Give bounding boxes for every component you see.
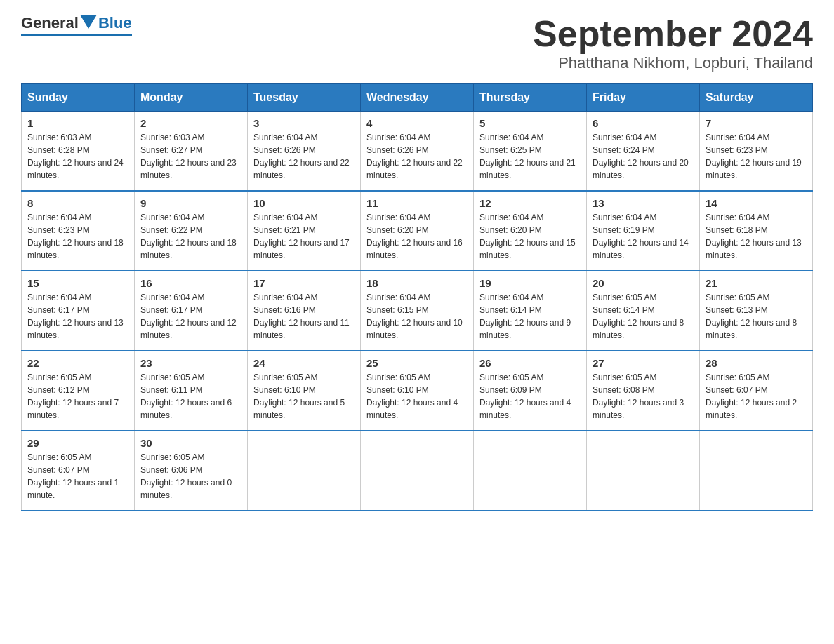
logo-blue-text: Blue (98, 14, 132, 32)
logo: General Blue (21, 14, 132, 36)
calendar-cell: 3 Sunrise: 6:04 AMSunset: 6:26 PMDayligh… (248, 112, 361, 192)
calendar-cell (700, 431, 813, 511)
day-info: Sunrise: 6:05 AMSunset: 6:10 PMDaylight:… (366, 371, 468, 422)
calendar-cell (248, 431, 361, 511)
calendar-cell: 30 Sunrise: 6:05 AMSunset: 6:06 PMDaylig… (135, 431, 248, 511)
logo-underline (21, 34, 132, 36)
calendar-week-row: 22 Sunrise: 6:05 AMSunset: 6:12 PMDaylig… (22, 351, 813, 431)
day-number: 27 (593, 357, 694, 369)
day-info: Sunrise: 6:04 AMSunset: 6:23 PMDaylight:… (706, 131, 807, 182)
logo-general-text: General (21, 14, 79, 32)
col-header-saturday: Saturday (700, 84, 813, 112)
day-info: Sunrise: 6:04 AMSunset: 6:17 PMDaylight:… (140, 291, 241, 342)
day-info: Sunrise: 6:04 AMSunset: 6:22 PMDaylight:… (140, 211, 241, 262)
col-header-friday: Friday (587, 84, 700, 112)
calendar-cell: 22 Sunrise: 6:05 AMSunset: 6:12 PMDaylig… (22, 351, 135, 431)
day-info: Sunrise: 6:04 AMSunset: 6:18 PMDaylight:… (706, 211, 807, 262)
day-info: Sunrise: 6:03 AMSunset: 6:28 PMDaylight:… (27, 131, 128, 182)
calendar-cell: 19 Sunrise: 6:04 AMSunset: 6:14 PMDaylig… (474, 271, 587, 351)
day-number: 3 (253, 117, 355, 129)
day-number: 9 (140, 197, 241, 209)
col-header-wednesday: Wednesday (361, 84, 474, 112)
calendar-cell: 12 Sunrise: 6:04 AMSunset: 6:20 PMDaylig… (474, 191, 587, 271)
day-number: 25 (366, 357, 468, 369)
header-right: September 2024 Phatthana Nikhom, Lopburi… (533, 14, 813, 72)
day-number: 6 (593, 117, 694, 129)
col-header-sunday: Sunday (22, 84, 135, 112)
calendar-cell: 2 Sunrise: 6:03 AMSunset: 6:27 PMDayligh… (135, 112, 248, 192)
day-number: 11 (366, 197, 468, 209)
calendar-week-row: 1 Sunrise: 6:03 AMSunset: 6:28 PMDayligh… (22, 112, 813, 192)
day-info: Sunrise: 6:03 AMSunset: 6:27 PMDaylight:… (140, 131, 241, 182)
calendar-cell: 7 Sunrise: 6:04 AMSunset: 6:23 PMDayligh… (700, 112, 813, 192)
calendar-cell: 4 Sunrise: 6:04 AMSunset: 6:26 PMDayligh… (361, 112, 474, 192)
calendar-week-row: 15 Sunrise: 6:04 AMSunset: 6:17 PMDaylig… (22, 271, 813, 351)
calendar-cell: 8 Sunrise: 6:04 AMSunset: 6:23 PMDayligh… (22, 191, 135, 271)
day-number: 26 (479, 357, 581, 369)
calendar-cell: 15 Sunrise: 6:04 AMSunset: 6:17 PMDaylig… (22, 271, 135, 351)
day-number: 4 (366, 117, 468, 129)
calendar-cell (361, 431, 474, 511)
day-info: Sunrise: 6:04 AMSunset: 6:26 PMDaylight:… (366, 131, 468, 182)
month-title: September 2024 (533, 14, 813, 54)
day-number: 22 (27, 357, 128, 369)
day-info: Sunrise: 6:04 AMSunset: 6:21 PMDaylight:… (253, 211, 355, 262)
calendar-cell: 10 Sunrise: 6:04 AMSunset: 6:21 PMDaylig… (248, 191, 361, 271)
day-number: 28 (706, 357, 807, 369)
day-info: Sunrise: 6:04 AMSunset: 6:24 PMDaylight:… (593, 131, 694, 182)
calendar-cell: 11 Sunrise: 6:04 AMSunset: 6:20 PMDaylig… (361, 191, 474, 271)
day-number: 10 (253, 197, 355, 209)
day-number: 1 (27, 117, 128, 129)
day-info: Sunrise: 6:04 AMSunset: 6:14 PMDaylight:… (479, 291, 581, 342)
day-number: 19 (479, 277, 581, 289)
day-number: 29 (27, 437, 128, 449)
day-info: Sunrise: 6:04 AMSunset: 6:16 PMDaylight:… (253, 291, 355, 342)
logo-triangle-icon (80, 15, 97, 29)
day-number: 15 (27, 277, 128, 289)
calendar-cell: 24 Sunrise: 6:05 AMSunset: 6:10 PMDaylig… (248, 351, 361, 431)
calendar-cell: 9 Sunrise: 6:04 AMSunset: 6:22 PMDayligh… (135, 191, 248, 271)
day-info: Sunrise: 6:04 AMSunset: 6:17 PMDaylight:… (27, 291, 128, 342)
day-number: 17 (253, 277, 355, 289)
col-header-tuesday: Tuesday (248, 84, 361, 112)
day-number: 24 (253, 357, 355, 369)
day-number: 21 (706, 277, 807, 289)
day-info: Sunrise: 6:05 AMSunset: 6:07 PMDaylight:… (706, 371, 807, 422)
calendar-cell: 18 Sunrise: 6:04 AMSunset: 6:15 PMDaylig… (361, 271, 474, 351)
day-number: 23 (140, 357, 241, 369)
day-number: 13 (593, 197, 694, 209)
calendar-cell: 1 Sunrise: 6:03 AMSunset: 6:28 PMDayligh… (22, 112, 135, 192)
calendar-week-row: 8 Sunrise: 6:04 AMSunset: 6:23 PMDayligh… (22, 191, 813, 271)
calendar-week-row: 29 Sunrise: 6:05 AMSunset: 6:07 PMDaylig… (22, 431, 813, 511)
day-info: Sunrise: 6:04 AMSunset: 6:19 PMDaylight:… (593, 211, 694, 262)
calendar-cell: 21 Sunrise: 6:05 AMSunset: 6:13 PMDaylig… (700, 271, 813, 351)
calendar-cell: 28 Sunrise: 6:05 AMSunset: 6:07 PMDaylig… (700, 351, 813, 431)
page-header: General Blue September 2024 Phatthana Ni… (21, 14, 813, 72)
calendar-cell: 17 Sunrise: 6:04 AMSunset: 6:16 PMDaylig… (248, 271, 361, 351)
calendar-cell (474, 431, 587, 511)
day-number: 8 (27, 197, 128, 209)
day-number: 2 (140, 117, 241, 129)
col-header-monday: Monday (135, 84, 248, 112)
day-info: Sunrise: 6:05 AMSunset: 6:11 PMDaylight:… (140, 371, 241, 422)
day-number: 16 (140, 277, 241, 289)
calendar-cell: 5 Sunrise: 6:04 AMSunset: 6:25 PMDayligh… (474, 112, 587, 192)
day-info: Sunrise: 6:05 AMSunset: 6:14 PMDaylight:… (593, 291, 694, 342)
calendar-table: SundayMondayTuesdayWednesdayThursdayFrid… (21, 83, 813, 511)
day-info: Sunrise: 6:05 AMSunset: 6:12 PMDaylight:… (27, 371, 128, 422)
calendar-cell: 26 Sunrise: 6:05 AMSunset: 6:09 PMDaylig… (474, 351, 587, 431)
day-info: Sunrise: 6:04 AMSunset: 6:23 PMDaylight:… (27, 211, 128, 262)
day-info: Sunrise: 6:05 AMSunset: 6:10 PMDaylight:… (253, 371, 355, 422)
day-info: Sunrise: 6:05 AMSunset: 6:07 PMDaylight:… (27, 451, 128, 502)
day-info: Sunrise: 6:04 AMSunset: 6:15 PMDaylight:… (366, 291, 468, 342)
calendar-cell: 13 Sunrise: 6:04 AMSunset: 6:19 PMDaylig… (587, 191, 700, 271)
day-number: 5 (479, 117, 581, 129)
calendar-cell: 27 Sunrise: 6:05 AMSunset: 6:08 PMDaylig… (587, 351, 700, 431)
calendar-cell (587, 431, 700, 511)
day-number: 18 (366, 277, 468, 289)
day-info: Sunrise: 6:05 AMSunset: 6:06 PMDaylight:… (140, 451, 241, 502)
day-info: Sunrise: 6:05 AMSunset: 6:09 PMDaylight:… (479, 371, 581, 422)
calendar-cell: 20 Sunrise: 6:05 AMSunset: 6:14 PMDaylig… (587, 271, 700, 351)
col-header-thursday: Thursday (474, 84, 587, 112)
calendar-cell: 14 Sunrise: 6:04 AMSunset: 6:18 PMDaylig… (700, 191, 813, 271)
